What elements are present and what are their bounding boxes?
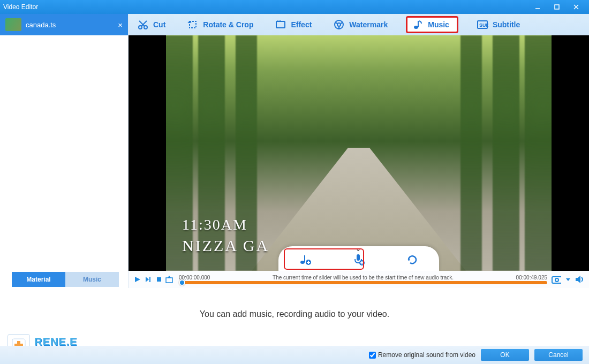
scissors-icon (137, 19, 149, 31)
refresh-audio-button[interactable] (402, 249, 423, 270)
sidebar: canada.ts × Material Music (0, 14, 129, 288)
remove-sound-input[interactable] (369, 352, 376, 359)
window-title: Video Editor (3, 3, 38, 11)
svg-marker-39 (566, 278, 570, 281)
tool-rotate-crop[interactable]: Rotate & Crop (184, 17, 256, 33)
volume-button[interactable] (575, 275, 585, 284)
time-end: 00:00:49.025 (516, 275, 547, 280)
tool-effect-label: Effect (291, 20, 312, 29)
tool-cut[interactable]: Cut (134, 17, 169, 33)
tool-music[interactable]: Music (406, 16, 458, 33)
tool-rotate-label: Rotate & Crop (203, 20, 253, 29)
remove-sound-checkbox[interactable]: Remove original sound from video (369, 351, 475, 359)
highlight-box (284, 248, 364, 270)
tool-watermark[interactable]: Watermark (330, 17, 391, 33)
music-note-icon (412, 19, 424, 31)
svg-point-15 (341, 22, 343, 24)
svg-point-17 (414, 26, 418, 29)
timeline: 00:00:00.000 The current time of slider … (129, 271, 589, 288)
sidebar-tab-music[interactable]: Music (65, 272, 119, 287)
maximize-button[interactable] (547, 2, 567, 12)
overlay-time: 11:30AM (182, 216, 247, 233)
svg-marker-40 (576, 276, 580, 283)
svg-marker-36 (168, 276, 171, 278)
svg-point-10 (277, 20, 278, 21)
effect-icon (275, 19, 286, 31)
video-preview: 11:30AM NIZZA GA ⌄ (129, 35, 589, 271)
tool-cut-label: Cut (153, 20, 165, 29)
title-bar: Video Editor (0, 0, 589, 14)
watermark-icon (333, 19, 345, 31)
minimize-button[interactable] (528, 2, 547, 12)
video-frame: 11:30AM NIZZA GA ⌄ (166, 35, 552, 271)
svg-point-13 (337, 23, 341, 26)
remove-sound-label: Remove original sound from video (378, 351, 475, 359)
audio-dock: ⌄ (278, 246, 439, 271)
svg-marker-32 (146, 277, 149, 282)
tool-subtitle[interactable]: SUB Subtitle (473, 17, 523, 33)
file-name: canada.ts (26, 21, 56, 29)
svg-point-14 (336, 22, 337, 24)
export-frame-button[interactable] (165, 275, 175, 284)
file-tab[interactable]: canada.ts × (0, 14, 128, 35)
ok-button[interactable]: OK (481, 349, 529, 361)
svg-rect-37 (552, 277, 561, 283)
svg-point-16 (338, 27, 340, 29)
cancel-button[interactable]: Cancel (534, 349, 583, 361)
slider-handle[interactable] (179, 279, 185, 286)
svg-rect-34 (157, 277, 161, 282)
close-button[interactable] (567, 2, 586, 12)
svg-rect-18 (418, 21, 419, 27)
tool-watermark-label: Watermark (349, 20, 388, 29)
tool-subtitle-label: Subtitle (493, 20, 520, 29)
svg-point-11 (280, 20, 281, 21)
svg-point-38 (555, 278, 558, 282)
svg-rect-33 (149, 277, 150, 282)
crop-icon (187, 19, 199, 31)
play-button[interactable] (133, 275, 142, 284)
stop-button[interactable] (154, 275, 164, 284)
timeline-slider[interactable] (179, 281, 547, 284)
step-button[interactable] (144, 275, 153, 284)
file-close-icon[interactable]: × (118, 20, 123, 29)
refresh-icon (406, 253, 419, 266)
tool-effect[interactable]: Effect (271, 17, 315, 33)
bottom-panel: You can add music, recording audio to yo… (0, 288, 589, 364)
timeline-help: The current time of slider will be used … (210, 275, 516, 280)
svg-rect-35 (166, 278, 172, 283)
svg-text:SUB: SUB (479, 22, 488, 28)
overlay-place: NIZZA GA (182, 237, 269, 255)
sidebar-tab-material[interactable]: Material (12, 272, 65, 287)
tool-music-label: Music (428, 20, 449, 29)
svg-rect-9 (276, 21, 285, 28)
bottom-message: You can add music, recording audio to yo… (0, 309, 589, 319)
file-thumbnail (5, 18, 21, 31)
footer: Remove original sound from video OK Canc… (0, 346, 589, 364)
snapshot-button[interactable] (552, 275, 561, 284)
svg-marker-31 (135, 277, 140, 282)
subtitle-icon: SUB (477, 19, 488, 31)
toolbar: Cut Rotate & Crop Effect Watermark Music… (129, 14, 589, 35)
svg-rect-1 (555, 5, 559, 9)
snapshot-menu-button[interactable] (563, 275, 573, 284)
